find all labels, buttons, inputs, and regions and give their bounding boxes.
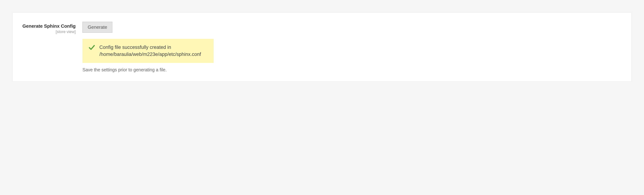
success-message: Config file successfully created in /hom…: [82, 39, 214, 63]
field-label-column: Generate Sphinx Config [store view]: [20, 22, 76, 34]
success-message-text: Config file successfully created in /hom…: [99, 44, 208, 58]
generate-button[interactable]: Generate: [82, 22, 112, 33]
field-scope: [store view]: [20, 30, 76, 34]
field-note: Save the settings prior to generating a …: [82, 67, 166, 72]
field-label: Generate Sphinx Config: [22, 23, 76, 29]
checkmark-icon: [88, 44, 95, 51]
field-value-column: Generate Config file successfully create…: [82, 22, 624, 72]
config-panel: Generate Sphinx Config [store view] Gene…: [12, 12, 632, 82]
